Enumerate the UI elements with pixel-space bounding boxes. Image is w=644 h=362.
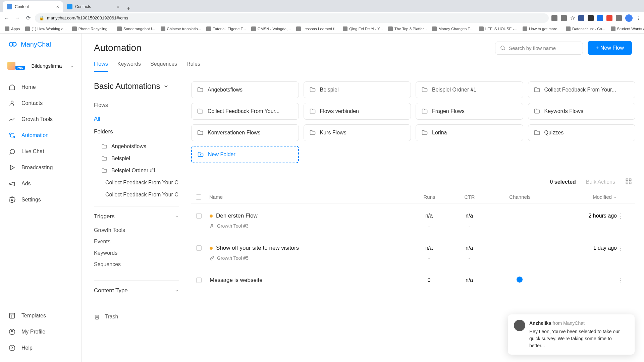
profile-avatar-icon[interactable] <box>625 14 633 22</box>
trash-link[interactable]: Trash <box>94 307 179 323</box>
nav-settings[interactable]: Settings <box>0 192 82 208</box>
folder-card[interactable]: Kurs Flows <box>304 124 411 141</box>
browser-tab[interactable]: Contacts × <box>63 1 123 12</box>
bookmark[interactable]: How to get more... <box>521 26 562 32</box>
triggers-header[interactable]: Triggers <box>94 213 179 220</box>
col-modified[interactable]: Modified <box>550 194 617 200</box>
folder-card[interactable]: Lorina <box>416 124 523 141</box>
url-input[interactable]: 🔒 manychat.com/fb198150208192061#/cms <box>35 13 549 23</box>
new-folder-button[interactable]: New Folder <box>191 146 299 163</box>
flow-row[interactable]: Den ersten Flow n/a n/a 2 hours ago ⋮ Gr… <box>191 206 635 236</box>
nav-help[interactable]: Help <box>0 340 82 356</box>
forward-button[interactable]: → <box>13 14 21 22</box>
row-checkbox[interactable] <box>196 213 202 219</box>
bookmark[interactable]: Tutorial: Eigene F... <box>204 26 248 32</box>
extension-icon[interactable] <box>561 15 567 21</box>
section-heading[interactable]: Basic Automations <box>94 81 179 91</box>
reload-button[interactable]: ⟳ <box>24 14 32 22</box>
filter-all[interactable]: All <box>94 116 179 122</box>
bookmark[interactable]: GMSN - Vologda,... <box>249 26 293 32</box>
extension-icon[interactable] <box>578 15 584 21</box>
browser-tab[interactable]: Content × <box>3 1 63 12</box>
folder-tree-item[interactable]: Collect Feedback From Your Cu <box>94 177 179 189</box>
folder-tree-item[interactable]: Angebotsflows <box>94 140 179 153</box>
nav-home[interactable]: Home <box>0 79 82 95</box>
bookmark[interactable]: Money Changes E... <box>430 26 475 32</box>
trigger-item[interactable]: Keywords <box>94 247 179 259</box>
col-name[interactable]: Name <box>209 194 409 200</box>
folder-card[interactable]: Fragen Flows <box>416 103 523 120</box>
new-tab-button[interactable]: + <box>123 5 134 12</box>
nav-templates[interactable]: Templates <box>0 308 82 324</box>
tab-sequences[interactable]: Sequences <box>150 61 177 72</box>
folder-card[interactable]: Beispiel Ordner #1 <box>416 81 523 98</box>
nav-my-profile[interactable]: My Profile <box>0 324 82 340</box>
folder-tree-item[interactable]: Collect Feedback From Your Cu <box>94 189 179 201</box>
row-checkbox[interactable] <box>196 278 202 283</box>
folder-card[interactable]: Collect Feedback From Your... <box>191 103 299 120</box>
extension-icon[interactable] <box>551 15 557 21</box>
bookmark[interactable]: Sonderangebot f... <box>115 26 157 32</box>
bookmark[interactable]: Qing Fei De Yi - Y... <box>341 26 385 32</box>
flow-row[interactable]: Show off your site to new visitors n/a n… <box>191 238 635 268</box>
tab-keywords[interactable]: Keywords <box>117 61 141 72</box>
col-runs[interactable]: Runs <box>409 194 449 200</box>
row-more-button[interactable]: ⋮ <box>617 212 630 220</box>
extension-icon[interactable] <box>606 15 612 21</box>
bookmark[interactable]: Student Wants an... <box>609 26 644 32</box>
star-icon[interactable]: ☆ <box>570 15 575 21</box>
folder-card[interactable]: Quizzes <box>528 124 636 141</box>
extension-icon[interactable] <box>616 15 622 21</box>
bookmark[interactable]: Chinese translatio... <box>159 26 203 32</box>
new-flow-button[interactable]: + New Flow <box>588 41 632 55</box>
trigger-item[interactable]: Growth Tools <box>94 225 179 236</box>
trigger-item[interactable]: Events <box>94 236 179 247</box>
flow-row[interactable]: Message is webseite 0 n/a ⋮ <box>191 270 635 291</box>
content-type-header[interactable]: Content Type <box>94 287 179 294</box>
nav-contacts[interactable]: Contacts <box>0 95 82 111</box>
bookmark[interactable]: Lessons Learned f... <box>294 26 339 32</box>
col-channels[interactable]: Channels <box>490 194 550 200</box>
back-button[interactable]: ← <box>3 14 11 22</box>
bulk-actions-button[interactable]: Bulk Actions <box>586 179 615 185</box>
account-switcher[interactable]: PRO Bildungsfirma ⌄ <box>0 57 82 74</box>
folder-card[interactable]: Flows verbinden <box>304 103 411 120</box>
nav-growth-tools[interactable]: Growth Tools <box>0 111 82 127</box>
nav-broadcasting[interactable]: Broadcasting <box>0 160 82 176</box>
nav-automation[interactable]: Automation <box>0 127 82 143</box>
folder-tree-item[interactable]: Beispiel <box>94 153 179 165</box>
bookmark[interactable]: Apps <box>3 26 22 32</box>
nav-live-chat[interactable]: Live Chat <box>0 143 82 160</box>
folder-card[interactable]: Angebotsflows <box>191 81 299 98</box>
bookmark[interactable]: The Top 3 Platfor... <box>386 26 429 32</box>
row-checkbox[interactable] <box>196 245 202 251</box>
view-toggle-button[interactable] <box>625 178 632 186</box>
folder-card[interactable]: Beispiel <box>304 81 411 98</box>
account-name: Bildungsfirma <box>32 63 62 69</box>
bookmark[interactable]: Datenschutz - Co... <box>564 26 607 32</box>
folder-card[interactable]: Keywords Flows <box>528 103 636 120</box>
row-more-button[interactable]: ⋮ <box>617 276 630 284</box>
folder-card[interactable]: Konversationen Flows <box>191 124 299 141</box>
extension-icon[interactable] <box>597 15 603 21</box>
col-ctr[interactable]: CTR <box>449 194 490 200</box>
bookmark[interactable]: (1) How Working a... <box>23 26 69 32</box>
extension-icon[interactable] <box>588 15 594 21</box>
chat-popup[interactable]: Anzhelika from ManyChat Hey Leon, You've… <box>508 314 635 355</box>
trigger-item[interactable]: Sequences <box>94 259 179 270</box>
select-all-checkbox[interactable] <box>196 194 201 200</box>
tab-flows[interactable]: Flows <box>94 61 108 72</box>
nav-ads[interactable]: Ads <box>0 176 82 192</box>
bookmark[interactable]: Phone Recycling:... <box>70 26 114 32</box>
close-icon[interactable]: × <box>56 4 59 9</box>
tab-rules[interactable]: Rules <box>186 61 200 72</box>
row-more-button[interactable]: ⋮ <box>617 244 630 252</box>
search-input[interactable]: Search by flow name <box>495 42 583 55</box>
folder-card[interactable]: Collect Feedback From Your... <box>528 81 636 98</box>
menu-icon[interactable]: ⋮ <box>636 15 641 21</box>
bookmark[interactable]: LEE 'S HOUSE -... <box>477 26 520 32</box>
brand-logo[interactable]: ManyChat <box>0 40 82 57</box>
brand-name: ManyChat <box>21 41 51 48</box>
close-icon[interactable]: × <box>117 4 119 9</box>
folder-tree-item[interactable]: Beispiel Ordner #1 <box>94 165 179 177</box>
